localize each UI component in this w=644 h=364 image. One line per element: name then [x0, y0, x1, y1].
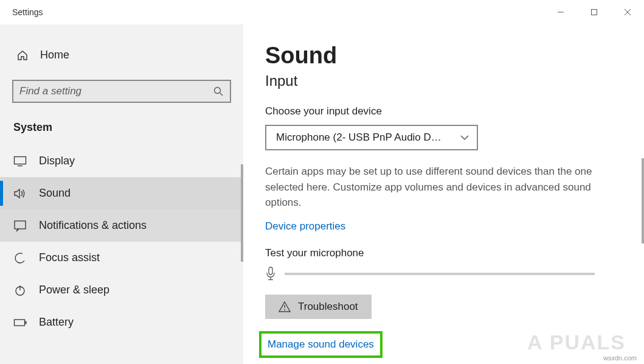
page-title: Sound — [265, 43, 622, 69]
sidebar-item-sound[interactable]: Sound — [0, 177, 243, 209]
sidebar-item-label: Focus assist — [39, 251, 100, 264]
minimize-button[interactable] — [544, 0, 577, 24]
brand-watermark: A PUALS — [527, 331, 626, 354]
home-icon — [16, 49, 29, 61]
svg-rect-13 — [269, 267, 272, 275]
sidebar-item-label: Display — [39, 155, 75, 167]
sidebar-item-display[interactable]: Display — [0, 145, 243, 177]
input-device-dropdown[interactable]: Microphone (2- USB PnP Audio D… — [265, 125, 478, 150]
warning-icon — [279, 301, 291, 312]
troubleshoot-label: Troubleshoot — [298, 301, 358, 313]
sidebar-item-label: Sound — [39, 187, 71, 200]
svg-rect-6 — [15, 156, 26, 164]
chevron-down-icon — [460, 135, 469, 141]
search-box[interactable] — [12, 80, 231, 103]
manage-devices-highlight: Manage sound devices — [259, 331, 383, 358]
svg-rect-11 — [15, 320, 25, 326]
manage-sound-devices-link[interactable]: Manage sound devices — [268, 338, 374, 351]
sidebar: Home System Display Sound Notifica — [0, 24, 243, 364]
svg-line-5 — [220, 93, 223, 96]
device-properties-link[interactable]: Device properties — [265, 220, 345, 233]
search-icon — [213, 86, 224, 97]
mic-level-bar — [285, 273, 595, 275]
sidebar-item-notifications[interactable]: Notifications & actions — [0, 209, 243, 242]
content-pane: Sound Input Choose your input device Mic… — [243, 24, 644, 364]
troubleshoot-button[interactable]: Troubleshoot — [265, 295, 372, 319]
search-input[interactable] — [19, 85, 213, 97]
close-button[interactable] — [611, 0, 644, 24]
svg-rect-12 — [26, 321, 27, 324]
maximize-button[interactable] — [577, 0, 611, 24]
svg-point-17 — [284, 309, 285, 310]
svg-rect-8 — [15, 221, 26, 229]
window-controls — [544, 0, 644, 24]
mic-level-row — [265, 267, 622, 281]
titlebar: Settings — [0, 0, 644, 24]
site-watermark: wsxdn.com — [603, 354, 637, 362]
input-device-label: Choose your input device — [265, 105, 622, 117]
sidebar-item-power-sleep[interactable]: Power & sleep — [0, 274, 243, 306]
sidebar-item-label: Power & sleep — [39, 284, 109, 296]
battery-icon — [13, 318, 27, 327]
input-help-text: Certain apps may be set up to use differ… — [265, 164, 612, 211]
microphone-icon — [265, 267, 276, 281]
sound-icon — [13, 187, 27, 200]
dropdown-value: Microphone (2- USB PnP Audio D… — [276, 131, 441, 144]
window-title: Settings — [12, 7, 43, 17]
sidebar-item-battery[interactable]: Battery — [0, 306, 243, 338]
sidebar-item-label: Battery — [39, 316, 74, 329]
home-label: Home — [40, 49, 69, 61]
home-nav[interactable]: Home — [0, 43, 243, 74]
notifications-icon — [13, 220, 27, 232]
display-icon — [13, 156, 27, 167]
power-icon — [13, 284, 27, 296]
sidebar-category: System — [0, 117, 243, 145]
svg-point-4 — [215, 88, 221, 94]
svg-rect-1 — [591, 10, 597, 15]
section-title: Input — [265, 72, 622, 89]
sidebar-item-label: Notifications & actions — [39, 219, 147, 232]
focus-assist-icon — [13, 252, 27, 264]
main-area: Home System Display Sound Notifica — [0, 24, 644, 364]
test-mic-label: Test your microphone — [265, 247, 622, 259]
sidebar-item-focus-assist[interactable]: Focus assist — [0, 242, 243, 274]
content-scrollbar[interactable] — [642, 158, 644, 243]
